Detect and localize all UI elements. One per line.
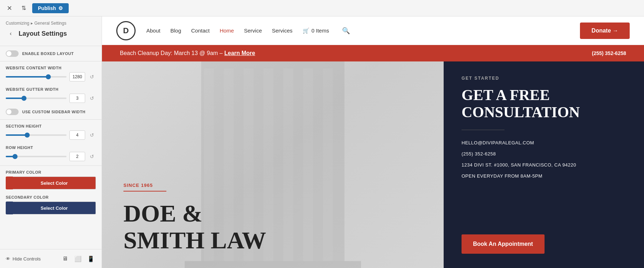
consultation-container: GET STARTED GET A FREE CONSULTATION HELL… bbox=[462, 76, 626, 254]
main-area: Customizing ▸ General Settings ‹ Layout … bbox=[0, 16, 644, 268]
banner-phone: (255) 352-6258 bbox=[592, 50, 626, 56]
tablet-device-button[interactable]: ⬜ bbox=[73, 254, 83, 264]
donate-button[interactable]: Donate → bbox=[580, 23, 630, 39]
contact-email: HELLO@DIVIPARALEGAL.COM bbox=[462, 140, 626, 145]
site-banner: Beach Cleanup Day: March 13 @ 9am – Lear… bbox=[102, 45, 644, 61]
svg-rect-10 bbox=[185, 261, 361, 268]
contact-phone: (255) 352-6258 bbox=[462, 151, 626, 157]
gutter-width-slider-row: 3 ↺ bbox=[6, 94, 96, 103]
sidebar-width-row: USE CUSTOM SIDEBAR WIDTH bbox=[0, 106, 102, 118]
site-nav: D About Blog Contact Home Service Servic… bbox=[102, 16, 644, 45]
sidebar-footer: 👁 Hide Controls 🖥 ⬜ 📱 bbox=[0, 249, 102, 268]
gear-icon: ⚙ bbox=[58, 5, 63, 11]
search-icon[interactable]: 🔍 bbox=[342, 27, 350, 35]
book-appointment-button[interactable]: Book An Appointment bbox=[462, 234, 545, 254]
enable-boxed-toggle[interactable] bbox=[6, 50, 19, 57]
preview-area: D About Blog Contact Home Service Servic… bbox=[102, 16, 644, 268]
section-height-label: SECTION HEIGHT bbox=[6, 124, 96, 128]
gutter-width-input[interactable]: 3 bbox=[69, 94, 85, 103]
site-hero: SINCE 1965 DOE & SMITH LAW GET STARTED G… bbox=[102, 61, 644, 268]
row-height-section: ROW HEIGHT 2 ↺ bbox=[0, 143, 102, 164]
nav-services[interactable]: Services bbox=[272, 28, 293, 34]
content-width-label: WEBSITE CONTENT WIDTH bbox=[6, 66, 96, 70]
consultation-divider bbox=[462, 130, 504, 130]
content-width-slider[interactable] bbox=[6, 76, 67, 78]
primary-color-row: Select Color bbox=[6, 177, 96, 189]
banner-text-group: Beach Cleanup Day: March 13 @ 9am – Lear… bbox=[120, 50, 255, 56]
primary-color-label: PRIMARY COLOR bbox=[6, 170, 96, 174]
divider-2 bbox=[0, 61, 102, 61]
consultation-title-line1: GET A FREE bbox=[462, 86, 626, 104]
toolbar: ✕ ⇅ Publish ⚙ bbox=[0, 0, 644, 16]
row-height-reset[interactable]: ↺ bbox=[88, 153, 96, 160]
hero-divider bbox=[123, 191, 166, 192]
breadcrumb: Customizing ▸ General Settings bbox=[0, 16, 102, 27]
sidebar-title-row: ‹ Layout Settings bbox=[0, 27, 102, 44]
nav-service[interactable]: Service bbox=[244, 28, 262, 34]
section-height-section: SECTION HEIGHT 4 ↺ bbox=[0, 121, 102, 143]
section-height-reset[interactable]: ↺ bbox=[88, 131, 96, 139]
primary-color-section: PRIMARY COLOR Select Color bbox=[0, 167, 102, 192]
nav-home[interactable]: Home bbox=[220, 28, 234, 34]
banner-link[interactable]: Learn More bbox=[224, 50, 255, 56]
swap-button[interactable]: ⇅ bbox=[18, 3, 29, 14]
device-buttons: 🖥 ⬜ 📱 bbox=[60, 254, 96, 264]
secondary-color-section: SECONDARY COLOR Select Color bbox=[0, 192, 102, 217]
nav-contact[interactable]: Contact bbox=[191, 28, 210, 34]
secondary-color-swatch bbox=[6, 202, 13, 214]
hero-since: SINCE 1965 bbox=[123, 183, 422, 188]
section-height-input[interactable]: 4 bbox=[69, 130, 85, 140]
contact-info: HELLO@DIVIPARALEGAL.COM (255) 352-6258 1… bbox=[462, 140, 626, 179]
divider-1 bbox=[0, 46, 102, 46]
hero-content: SINCE 1965 DOE & SMITH LAW bbox=[123, 183, 422, 254]
secondary-color-button[interactable]: Select Color bbox=[13, 202, 96, 214]
gutter-width-reset[interactable]: ↺ bbox=[88, 94, 96, 102]
enable-boxed-label: ENABLE BOXED LAYOUT bbox=[22, 51, 74, 56]
hero-right: GET STARTED GET A FREE CONSULTATION HELL… bbox=[444, 61, 644, 268]
desktop-device-button[interactable]: 🖥 bbox=[60, 254, 70, 264]
breadcrumb-separator: ▸ bbox=[31, 21, 33, 26]
sidebar: Customizing ▸ General Settings ‹ Layout … bbox=[0, 16, 102, 268]
divider-3 bbox=[0, 119, 102, 120]
sidebar-back-button[interactable]: ‹ bbox=[6, 29, 16, 39]
hide-controls-label: Hide Controls bbox=[13, 256, 41, 262]
gutter-width-label: WEBSITE GUTTER WIDTH bbox=[6, 87, 96, 91]
contact-address: 1234 DIVI ST. #1000, SAN FRANCISCO, CA 9… bbox=[462, 162, 626, 168]
hero-title: DOE & SMITH LAW bbox=[123, 200, 422, 254]
cart-items: 0 Items bbox=[312, 28, 329, 34]
row-height-input[interactable]: 2 bbox=[69, 152, 85, 161]
logo-letter: D bbox=[123, 26, 129, 35]
primary-color-button[interactable]: Select Color bbox=[13, 177, 96, 189]
publish-label: Publish bbox=[38, 5, 56, 11]
gutter-width-section: WEBSITE GUTTER WIDTH 3 ↺ bbox=[0, 84, 102, 106]
consultation-title: GET A FREE CONSULTATION bbox=[462, 86, 626, 121]
hero-title-line1: DOE & bbox=[123, 200, 422, 227]
section-height-slider[interactable] bbox=[6, 134, 67, 136]
divider-4 bbox=[0, 165, 102, 166]
sidebar-title: Layout Settings bbox=[19, 30, 67, 38]
sidebar-width-label: USE CUSTOM SIDEBAR WIDTH bbox=[22, 110, 86, 114]
nav-cart[interactable]: 🛒 0 Items bbox=[303, 28, 329, 34]
sidebar-width-toggle[interactable] bbox=[6, 109, 19, 115]
close-button[interactable]: ✕ bbox=[4, 3, 15, 14]
desktop-icon: 🖥 bbox=[62, 255, 68, 262]
content-width-input[interactable]: 1280 bbox=[69, 72, 85, 81]
publish-button[interactable]: Publish ⚙ bbox=[32, 3, 69, 13]
breadcrumb-child: General Settings bbox=[34, 21, 66, 26]
secondary-color-row: Select Color bbox=[6, 202, 96, 214]
hero-title-line2: SMITH LAW bbox=[123, 227, 422, 254]
mobile-device-button[interactable]: 📱 bbox=[86, 254, 96, 264]
contact-hours: OPEN EVERYDAY FROM 8AM-5PM bbox=[462, 173, 626, 179]
get-started-label: GET STARTED bbox=[462, 76, 626, 81]
nav-about[interactable]: About bbox=[146, 28, 160, 34]
hide-controls-button[interactable]: 👁 Hide Controls bbox=[6, 256, 41, 262]
content-width-reset[interactable]: ↺ bbox=[88, 73, 96, 81]
gutter-width-slider[interactable] bbox=[6, 98, 67, 99]
row-height-label: ROW HEIGHT bbox=[6, 145, 96, 150]
row-height-slider[interactable] bbox=[6, 156, 67, 157]
consultation-title-line2: CONSULTATION bbox=[462, 104, 626, 121]
banner-text: Beach Cleanup Day: March 13 @ 9am – bbox=[120, 50, 223, 56]
secondary-color-label: SECONDARY COLOR bbox=[6, 195, 96, 199]
enable-boxed-row: ENABLE BOXED LAYOUT bbox=[0, 48, 102, 60]
nav-blog[interactable]: Blog bbox=[170, 28, 181, 34]
